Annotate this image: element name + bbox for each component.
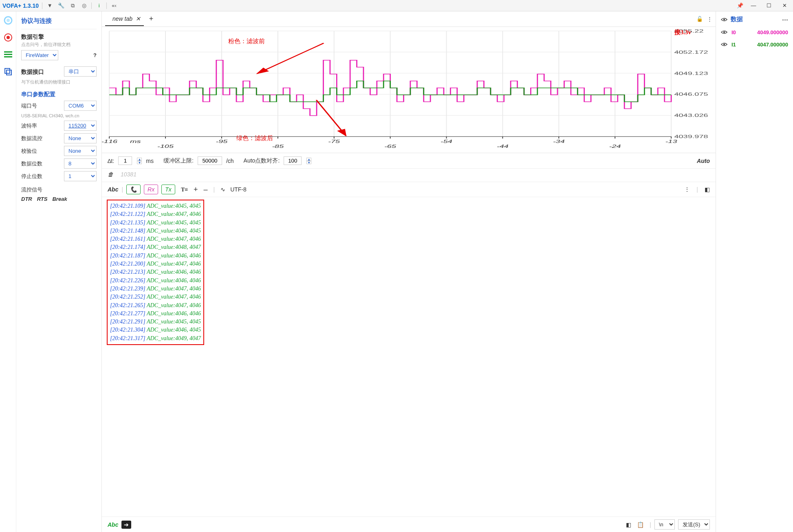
log-line: [20:42:21.213] ADC_value:4046, 4046	[110, 268, 201, 276]
svg-point-3	[7, 36, 10, 39]
unlock-icon[interactable]: 🔓	[696, 16, 703, 22]
titlebar: VOFA+ 1.3.10 ▼ 🔧 ⧉ ◎ i «‹ 📌 — ☐ ✕	[0, 0, 793, 11]
log-line: [20:42:21.135] ADC_value:4045, 4045	[110, 219, 201, 227]
tab-new[interactable]: new tab✕	[105, 12, 144, 26]
port-hint: USB-SERIAL CH340, wch.cn	[21, 113, 97, 118]
chart-controls: ∆t: ▲▼ ms 缓冲区上限: /ch Auto点数对齐: ▲▼ Auto	[102, 153, 716, 169]
tab-close-icon[interactable]: ✕	[136, 15, 141, 22]
flow-label: 数据流控	[21, 135, 42, 142]
iface-select[interactable]: 串口	[64, 66, 97, 77]
align-input[interactable]	[284, 156, 302, 165]
svg-text:-34: -34	[553, 139, 565, 144]
port-select[interactable]: COM6	[64, 101, 97, 111]
engine-select[interactable]: FireWater	[21, 50, 58, 60]
parity-select[interactable]: None	[64, 146, 97, 156]
dt-up[interactable]: ▲	[137, 158, 142, 161]
log-more-icon[interactable]: ⋮	[684, 186, 690, 193]
stat-count: 10381	[121, 171, 137, 178]
svg-text:-75: -75	[328, 139, 340, 144]
svg-text:4043.026: 4043.026	[674, 113, 708, 118]
newline-select[interactable]: \n	[654, 519, 675, 530]
focus-icon[interactable]: ◎	[80, 2, 88, 10]
maximize-button[interactable]: ☐	[763, 1, 775, 11]
encoding-select[interactable]: UTF-8	[230, 186, 247, 193]
abc-toggle[interactable]: Abc	[108, 186, 118, 193]
info-icon[interactable]: i	[95, 2, 103, 10]
eraser-icon[interactable]: ◧	[705, 186, 710, 193]
port-label: 端口号	[21, 102, 37, 110]
baud-select[interactable]: 115200	[64, 121, 97, 131]
log-line: [20:42:21.317] ADC_value:4049, 4047	[110, 334, 201, 343]
parity-label: 校验位	[21, 147, 37, 155]
rts-toggle[interactable]: RTS	[37, 196, 48, 202]
svg-text:4055.22: 4055.22	[674, 29, 703, 33]
log-footer: Abc ➔ ◧ 📋 | \n 发送(S)	[102, 517, 716, 532]
collapse-icon[interactable]: «‹	[110, 2, 118, 10]
data-item-I1[interactable]: I14047.000000	[721, 41, 788, 48]
log-line: [20:42:21.148] ADC_value:4046, 4045	[110, 227, 201, 235]
tab-more-icon[interactable]: ⋮	[707, 16, 712, 22]
footer-eraser-icon[interactable]: ◧	[626, 521, 631, 528]
svg-point-60	[723, 44, 725, 45]
dtr-toggle[interactable]: DTR	[21, 196, 32, 202]
tx-toggle[interactable]: Tx	[161, 185, 175, 194]
wrench-icon[interactable]: 🔧	[57, 2, 65, 10]
wave-icon[interactable]: ∿	[220, 186, 225, 193]
auto-button[interactable]: Auto	[697, 158, 710, 164]
footer-abc[interactable]: Abc	[108, 521, 118, 528]
text-format-icon[interactable]: 𝐓≡	[181, 186, 188, 193]
plus-icon[interactable]: +	[194, 185, 198, 194]
stopbits-select[interactable]: 1	[64, 171, 97, 181]
rail-copy-icon[interactable]	[3, 67, 13, 77]
rail-record-icon[interactable]	[3, 33, 13, 42]
svg-text:-44: -44	[497, 144, 509, 149]
engine-help-button[interactable]: ?	[93, 52, 97, 58]
send-button[interactable]: 发送(S)	[678, 519, 710, 530]
align-up[interactable]: ▲	[306, 158, 311, 161]
clipboard-icon[interactable]: 📋	[637, 521, 644, 528]
svg-text:4039.978: 4039.978	[674, 134, 708, 139]
call-icon[interactable]: 📞	[126, 185, 141, 194]
trash-icon[interactable]: 🗑	[108, 171, 113, 178]
log-body[interactable]: [20:42:21.109] ADC_value:4045, 4045[20:4…	[102, 197, 716, 517]
svg-point-1	[7, 19, 10, 22]
svg-rect-4	[4, 51, 12, 53]
stopbits-label: 停止位数	[21, 173, 42, 180]
svg-text:-24: -24	[609, 144, 621, 149]
svg-text:-13: -13	[665, 139, 677, 144]
dt-input[interactable]	[118, 156, 132, 165]
chart-stats: 🗑 10381	[102, 169, 716, 182]
chart[interactable]: 4039.9784043.0264046.0754049.1234052.172…	[102, 27, 716, 153]
data-item-I0[interactable]: I04049.000000	[721, 29, 788, 35]
return-icon[interactable]: ➔	[121, 521, 131, 529]
minimize-button[interactable]: —	[747, 1, 760, 11]
dt-down[interactable]: ▼	[137, 161, 142, 164]
svg-point-59	[723, 31, 725, 33]
svg-text:4049.123: 4049.123	[674, 70, 708, 75]
add-tab-button[interactable]: +	[145, 13, 157, 25]
rp-head-label: 数据	[731, 15, 743, 23]
rail-status-icon[interactable]	[3, 15, 13, 25]
svg-line-56	[257, 43, 324, 74]
databits-select[interactable]: 8	[64, 158, 97, 169]
svg-text:ms: ms	[130, 139, 141, 144]
baud-label: 波特率	[21, 122, 37, 130]
minus-icon[interactable]: –	[203, 185, 207, 194]
log-line: [20:42:21.122] ADC_value:4047, 4046	[110, 210, 201, 218]
svg-text:4052.172: 4052.172	[674, 50, 708, 55]
flow-select[interactable]: None	[64, 133, 97, 143]
iface-label: 数据接口	[21, 68, 44, 76]
rail-menu-icon[interactable]	[3, 50, 13, 59]
pin-icon[interactable]: 📌	[736, 2, 744, 10]
log-line: [20:42:21.291] ADC_value:4045, 4045	[110, 318, 201, 326]
rx-toggle[interactable]: Rx	[144, 185, 158, 194]
break-toggle[interactable]: Break	[52, 196, 67, 202]
buffer-input[interactable]	[198, 156, 222, 165]
close-button[interactable]: ✕	[778, 1, 791, 11]
bold-v-icon[interactable]: ▼	[46, 2, 54, 10]
align-down[interactable]: ▼	[306, 161, 311, 164]
plugin-icon[interactable]: ⧉	[68, 2, 77, 10]
left-rail	[0, 11, 16, 532]
rp-more-icon[interactable]: ⋯	[782, 16, 788, 23]
iface-hint: 与下位机通信的物理接口	[21, 79, 97, 85]
